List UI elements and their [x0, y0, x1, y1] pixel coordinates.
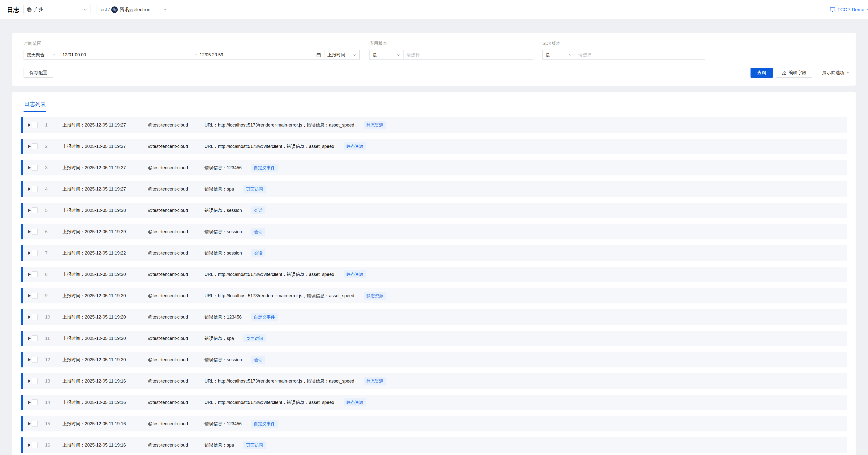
row-time: 上报时间：2025-12-05 11:19:16 — [62, 442, 148, 448]
row-checkbox[interactable] — [32, 421, 38, 427]
row-checkbox[interactable] — [32, 207, 38, 214]
row-accent-bar — [21, 139, 23, 154]
log-row[interactable]: 14 上报时间：2025-12-05 11:19:16 @test-tencen… — [21, 395, 847, 410]
expand-arrow-icon[interactable] — [28, 123, 31, 127]
query-button[interactable]: 查询 — [750, 68, 773, 78]
edit-fields-button[interactable]: 编辑字段 — [776, 68, 812, 78]
expand-arrow-icon[interactable] — [28, 379, 31, 383]
row-message: 错误信息：session — [205, 207, 242, 214]
row-index: 5 — [45, 208, 53, 213]
row-checkbox[interactable] — [32, 314, 38, 320]
row-time-label: 上报时间： — [62, 336, 85, 341]
row-time-value: 2025-12-05 11:19:27 — [85, 144, 126, 149]
row-checkbox[interactable] — [32, 442, 38, 448]
log-row[interactable]: 11 上报时间：2025-12-05 11:19:20 @test-tencen… — [21, 331, 847, 346]
expand-arrow-icon[interactable] — [28, 166, 31, 169]
row-checkbox[interactable] — [32, 229, 38, 235]
project-select[interactable]: test / 腾讯云electron — [96, 5, 170, 15]
expand-arrow-icon[interactable] — [28, 337, 31, 340]
log-row[interactable]: 1 上报时间：2025-12-05 11:19:27 @test-tencent… — [21, 117, 847, 133]
row-checkbox[interactable] — [32, 293, 38, 299]
expand-arrow-icon[interactable] — [28, 145, 31, 148]
tcop-demo-link[interactable]: TCOP Demo — [830, 0, 868, 19]
chevron-down-icon — [568, 53, 572, 57]
row-index: 14 — [45, 400, 53, 405]
show-filter-options-label: 展示筛选项 — [822, 70, 844, 76]
row-time-label: 上报时间： — [62, 165, 85, 170]
log-row[interactable]: 15 上报时间：2025-12-05 11:19:16 @test-tencen… — [21, 416, 847, 431]
log-rows: 1 上报时间：2025-12-05 11:19:27 @test-tencent… — [21, 117, 847, 455]
row-message: 错误信息：session — [205, 229, 242, 235]
aggregation-select-value: 按天聚合 — [27, 52, 44, 58]
date-range-input[interactable]: 12/01 00:00 ~ 12/05 23:59 — [59, 50, 324, 60]
log-row[interactable]: 10 上报时间：2025-12-05 11:19:20 @test-tencen… — [21, 309, 847, 325]
pencil-icon — [781, 70, 786, 75]
row-checkbox[interactable] — [32, 250, 38, 256]
row-time: 上报时间：2025-12-05 11:19:16 — [62, 399, 148, 405]
sdk-version-input[interactable] — [578, 52, 702, 58]
expand-arrow-icon[interactable] — [28, 294, 31, 297]
log-row[interactable]: 3 上报时间：2025-12-05 11:19:27 @test-tencent… — [21, 160, 847, 175]
row-checkbox[interactable] — [32, 399, 38, 405]
log-row[interactable]: 8 上报时间：2025-12-05 11:19:20 @test-tencent… — [21, 267, 847, 282]
row-accent-bar — [21, 416, 23, 431]
log-row[interactable]: 2 上报时间：2025-12-05 11:19:27 @test-tencent… — [21, 139, 847, 154]
expand-arrow-icon[interactable] — [28, 273, 31, 276]
log-row[interactable]: 4 上报时间：2025-12-05 11:19:27 @test-tencent… — [21, 181, 847, 197]
expand-arrow-icon[interactable] — [28, 358, 31, 362]
expand-arrow-icon[interactable] — [28, 209, 31, 212]
expand-arrow-icon[interactable] — [28, 443, 31, 447]
top-bar: 日志 广州 test / 腾讯云electron TCOP Demo — [0, 0, 868, 19]
row-checkbox[interactable] — [32, 143, 38, 149]
row-time-label: 上报时间： — [62, 251, 85, 256]
row-accent-bar — [21, 117, 23, 133]
row-accent-bar — [21, 245, 23, 261]
row-time-label: 上报时间： — [62, 144, 85, 149]
chevron-down-icon — [163, 8, 167, 12]
save-config-button[interactable]: 保存配置 — [24, 68, 53, 78]
row-checkbox[interactable] — [32, 165, 38, 171]
region-select[interactable]: 广州 — [23, 5, 90, 15]
row-checkbox[interactable] — [32, 272, 38, 277]
log-row[interactable]: 6 上报时间：2025-12-05 11:19:29 @test-tencent… — [21, 224, 847, 239]
row-time-value: 2025-12-05 11:19:27 — [85, 165, 126, 170]
row-project: @test-tencent-cloud — [148, 315, 205, 320]
row-time-value: 2025-12-05 11:19:20 — [85, 293, 126, 298]
show-filter-options-button[interactable]: 展示筛选项 — [822, 68, 850, 78]
expand-arrow-icon[interactable] — [28, 422, 31, 425]
row-index: 13 — [45, 378, 53, 384]
row-tag: 静态资源 — [344, 142, 366, 150]
project-app-icon — [111, 6, 118, 13]
row-checkbox[interactable] — [32, 378, 38, 384]
row-message: 错误信息：spa — [205, 186, 234, 192]
sdk-version-operator-value: 是 — [546, 52, 550, 58]
row-time: 上报时间：2025-12-05 11:19:27 — [62, 122, 148, 128]
expand-arrow-icon[interactable] — [28, 315, 31, 319]
log-row[interactable]: 12 上报时间：2025-12-05 11:19:20 @test-tencen… — [21, 352, 847, 367]
row-time-value: 2025-12-05 11:19:27 — [85, 122, 126, 127]
row-tag: 静态资源 — [344, 271, 366, 278]
row-checkbox[interactable] — [32, 357, 38, 363]
row-checkbox[interactable] — [32, 122, 38, 128]
expand-arrow-icon[interactable] — [28, 230, 31, 233]
app-version-input[interactable] — [406, 52, 530, 58]
aggregation-select[interactable]: 按天聚合 — [24, 50, 59, 60]
row-index: 16 — [45, 443, 53, 448]
time-field-select[interactable]: 上报时间 — [324, 50, 360, 60]
tab-log-list[interactable]: 日志列表 — [24, 101, 46, 108]
log-row[interactable]: 9 上报时间：2025-12-05 11:19:20 @test-tencent… — [21, 288, 847, 304]
row-checkbox[interactable] — [32, 335, 38, 341]
log-row[interactable]: 7 上报时间：2025-12-05 11:19:22 @test-tencent… — [21, 245, 847, 261]
log-row[interactable]: 16 上报时间：2025-12-05 11:19:16 @test-tencen… — [21, 437, 847, 453]
row-time-value: 2025-12-05 11:19:27 — [85, 187, 126, 192]
log-row[interactable]: 13 上报时间：2025-12-05 11:19:16 @test-tencen… — [21, 373, 847, 389]
row-checkbox[interactable] — [32, 186, 38, 192]
expand-arrow-icon[interactable] — [28, 187, 31, 191]
expand-arrow-icon[interactable] — [28, 401, 31, 404]
expand-arrow-icon[interactable] — [28, 251, 31, 255]
log-row[interactable]: 5 上报时间：2025-12-05 11:19:28 @test-tencent… — [21, 203, 847, 218]
row-tag: 静态资源 — [364, 121, 386, 129]
row-project: @test-tencent-cloud — [148, 187, 205, 192]
sdk-version-operator-select[interactable]: 是 — [542, 50, 575, 60]
app-version-operator-select[interactable]: 是 — [369, 50, 404, 60]
